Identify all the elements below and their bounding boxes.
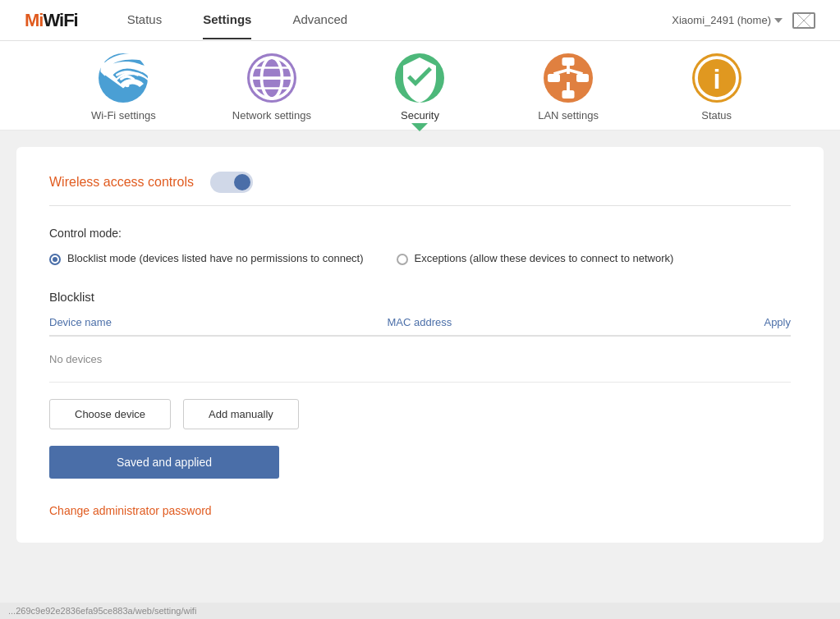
icon-nav: Wi-Fi settings Network settings Security: [0, 41, 840, 131]
col-header-device: Device name: [49, 316, 388, 328]
wireless-access-toggle[interactable]: [210, 172, 253, 193]
network-settings-circle: [247, 53, 296, 103]
blocklist-section: Blocklist Device name MAC address Apply …: [49, 290, 791, 479]
svg-rect-7: [548, 74, 560, 82]
exceptions-mode-label: Exceptions (allow these devices to conne…: [415, 252, 674, 264]
col-header-apply: Apply: [725, 316, 791, 328]
nav-advanced[interactable]: Advanced: [292, 1, 347, 39]
icon-nav-lan-settings[interactable]: LAN settings: [527, 53, 609, 122]
action-buttons: Choose device Add manually: [49, 399, 791, 429]
chevron-down-icon: [774, 18, 783, 23]
logo: MiWiFi: [25, 10, 78, 31]
security-label: Security: [401, 109, 439, 122]
blocklist-mode-option[interactable]: Blocklist mode (devices listed have no p…: [49, 252, 364, 265]
add-manually-button[interactable]: Add manually: [183, 399, 299, 429]
mail-icon[interactable]: [792, 12, 815, 29]
change-password-link[interactable]: Change administrator password: [49, 504, 212, 517]
lan-settings-label: LAN settings: [538, 109, 599, 122]
change-password-section: Change administrator password: [49, 503, 791, 518]
wifi-settings-label: Wi-Fi settings: [91, 109, 156, 122]
svg-line-12: [568, 70, 583, 74]
svg-line-11: [554, 70, 569, 74]
security-circle: [395, 53, 444, 103]
radio-options: Blocklist mode (devices listed have no p…: [49, 252, 791, 265]
control-mode-section: Control mode: Blocklist mode (devices li…: [49, 227, 791, 265]
username: Xiaomi_2491 (home): [672, 14, 771, 26]
control-mode-label: Control mode:: [49, 227, 791, 240]
status-bar: ...269c9e92e2836efa95ce883a/web/setting/…: [0, 603, 840, 619]
nav-settings[interactable]: Settings: [203, 1, 251, 39]
icon-nav-status[interactable]: i Status: [676, 53, 758, 122]
wireless-access-header: Wireless access controls: [49, 172, 791, 206]
col-header-mac: MAC address: [388, 316, 726, 328]
icon-nav-wifi-settings[interactable]: Wi-Fi settings: [82, 53, 164, 122]
main-content: Wireless access controls Control mode: B…: [16, 147, 824, 543]
choose-device-button[interactable]: Choose device: [49, 399, 171, 429]
icon-nav-security[interactable]: Security: [379, 53, 461, 122]
status-label: Status: [701, 109, 732, 122]
blocklist-title: Blocklist: [49, 290, 791, 304]
nav-status[interactable]: Status: [127, 1, 163, 39]
header: MiWiFi Status Settings Advanced Xiaomi_2…: [0, 0, 840, 41]
network-settings-label: Network settings: [232, 109, 311, 122]
main-nav: Status Settings Advanced: [127, 1, 672, 39]
blocklist-mode-radio[interactable]: [49, 254, 61, 265]
exceptions-mode-option[interactable]: Exceptions (allow these devices to conne…: [397, 252, 674, 265]
icon-nav-network-settings[interactable]: Network settings: [231, 53, 313, 122]
svg-text:i: i: [713, 65, 720, 94]
table-header: Device name MAC address Apply: [49, 316, 791, 337]
blocklist-mode-label: Blocklist mode (devices listed have no p…: [67, 252, 364, 264]
svg-rect-8: [576, 74, 589, 82]
lan-settings-circle: [544, 53, 593, 103]
wifi-settings-circle: [99, 53, 148, 103]
save-button[interactable]: Saved and applied: [49, 446, 279, 479]
status-circle: i: [692, 53, 741, 103]
toggle-track: [210, 172, 253, 193]
status-url: ...269c9e92e2836efa95ce883a/web/setting/…: [8, 606, 196, 616]
no-devices-text: No devices: [49, 341, 791, 383]
toggle-thumb: [234, 174, 250, 190]
wireless-access-title: Wireless access controls: [49, 175, 194, 190]
svg-rect-6: [562, 57, 575, 66]
svg-point-0: [126, 83, 130, 87]
exceptions-mode-radio[interactable]: [397, 254, 408, 265]
user-info[interactable]: Xiaomi_2491 (home): [672, 14, 783, 26]
header-right: Xiaomi_2491 (home): [672, 12, 815, 29]
svg-rect-9: [562, 90, 575, 99]
